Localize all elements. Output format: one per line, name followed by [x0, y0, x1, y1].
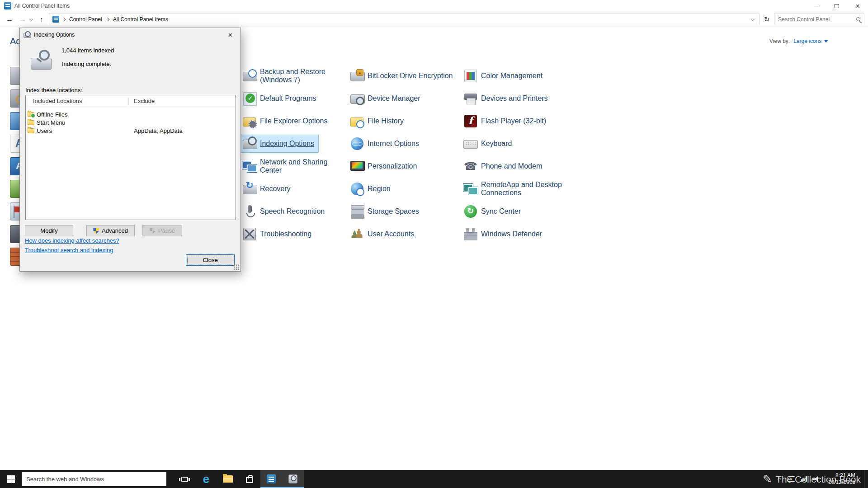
- troubleshoot-search-link[interactable]: Troubleshoot search and indexing: [25, 247, 113, 253]
- cp-item-speech-recognition[interactable]: Speech Recognition: [240, 202, 329, 221]
- search-input[interactable]: [778, 16, 856, 23]
- view-by-label: View by:: [769, 38, 790, 44]
- cp-item-label: Default Programs: [260, 94, 316, 103]
- color-management-icon: [463, 69, 478, 83]
- start-button[interactable]: [0, 470, 22, 488]
- cp-item-color-management[interactable]: Color Management: [461, 67, 547, 85]
- cp-item-phone-modem[interactable]: Phone and Modem: [461, 157, 547, 175]
- forward-icon: [19, 15, 26, 23]
- pause-button: Pause: [142, 225, 182, 236]
- cp-item-devices-and-printers[interactable]: Devices and Printers: [461, 89, 552, 108]
- breadcrumb-chevron-icon[interactable]: [105, 17, 109, 21]
- included-locations-column-header[interactable]: Included Locations: [26, 98, 128, 104]
- cp-item-cell: Keyboard: [461, 132, 588, 155]
- history-dropdown-icon[interactable]: [29, 17, 33, 20]
- cp-item-windows-defender[interactable]: Windows Defender: [461, 225, 547, 243]
- uac-shield-disabled-icon: [150, 228, 156, 234]
- cp-item-indexing-options[interactable]: Indexing Options: [240, 135, 319, 153]
- dialog-titlebar[interactable]: Indexing Options: [20, 28, 241, 42]
- cp-item-label: Windows Defender: [481, 230, 542, 238]
- cp-item-cell: Troubleshooting: [240, 223, 348, 245]
- cp-item-file-explorer-options[interactable]: File Explorer Options: [240, 112, 332, 130]
- cp-item-user-accounts[interactable]: User Accounts: [348, 225, 419, 243]
- task-view-button[interactable]: [174, 470, 195, 488]
- keyboard-icon: [463, 136, 478, 151]
- file-explorer-options-icon: [242, 114, 257, 128]
- up-button[interactable]: [36, 14, 47, 25]
- cp-item-cell: Recovery: [240, 178, 348, 200]
- devices-and-printers-icon: [463, 91, 478, 106]
- advanced-button[interactable]: Advanced: [86, 225, 135, 236]
- breadcrumb-all-control-panel-items[interactable]: All Control Panel Items: [112, 16, 169, 23]
- exclude-column-header[interactable]: Exclude: [128, 98, 155, 104]
- cp-item-keyboard[interactable]: Keyboard: [461, 135, 517, 153]
- close-icon: [855, 2, 860, 10]
- troubleshooting-icon: [242, 227, 257, 241]
- cp-item-personalization[interactable]: Personalization: [348, 157, 421, 175]
- cp-item-flash-player[interactable]: Flash Player (32-bit): [461, 112, 551, 130]
- cp-item-label: File History: [368, 117, 404, 125]
- dialog-close-button[interactable]: [220, 28, 241, 42]
- indexed-locations-list: Included Locations Exclude Offline Files…: [25, 95, 236, 220]
- control-panel-taskbar-button[interactable]: [260, 470, 282, 488]
- touch-keyboard-icon[interactable]: [788, 476, 795, 482]
- back-button[interactable]: [4, 14, 15, 25]
- volume-icon[interactable]: [813, 476, 820, 482]
- cp-item-recovery[interactable]: Recovery: [240, 180, 295, 198]
- cp-item-sync-center[interactable]: Sync Center: [461, 202, 525, 221]
- location-row[interactable]: Offline Files: [26, 110, 236, 118]
- cp-item-cell: Backup and Restore (Windows 7): [240, 65, 348, 87]
- cp-item-label: RemoteApp and Desktop Connections: [481, 181, 562, 197]
- cp-item-network-sharing[interactable]: Network and Sharing Center: [240, 156, 332, 176]
- file-explorer-button[interactable]: [217, 470, 239, 488]
- system-tray: 8:21 AM 10/12/2015: [777, 470, 868, 488]
- cp-item-label: Network and Sharing Center: [260, 158, 327, 174]
- address-dropdown-icon[interactable]: [751, 17, 755, 20]
- breadcrumb-control-panel[interactable]: Control Panel: [68, 16, 103, 23]
- forward-button[interactable]: [17, 14, 28, 25]
- cp-item-file-history[interactable]: File History: [348, 112, 408, 130]
- cp-item-troubleshooting[interactable]: Troubleshooting: [240, 225, 316, 243]
- cp-item-default-programs[interactable]: Default Programs: [240, 89, 321, 108]
- cp-item-cell: User Accounts: [348, 223, 461, 245]
- store-button[interactable]: [239, 470, 260, 488]
- location-row[interactable]: UsersAppData; AppData: [26, 127, 236, 135]
- minimize-button[interactable]: [806, 0, 826, 12]
- cp-item-device-manager[interactable]: Device Manager: [348, 89, 425, 108]
- close-window-button[interactable]: [847, 0, 868, 12]
- cp-item-storage-spaces[interactable]: Storage Spaces: [348, 202, 424, 221]
- cp-item-remoteapp[interactable]: RemoteApp and Desktop Connections: [461, 179, 566, 199]
- locations-rows: Offline FilesStart MenuUsersAppData; App…: [26, 110, 236, 220]
- location-row[interactable]: Start Menu: [26, 118, 236, 127]
- modify-button[interactable]: Modify: [25, 225, 73, 236]
- refresh-button[interactable]: [761, 14, 773, 25]
- location-name-cell: Start Menu: [26, 119, 128, 126]
- cp-item-internet-options[interactable]: Internet Options: [348, 135, 424, 153]
- cp-item-cell: RemoteApp and Desktop Connections: [461, 178, 588, 200]
- close-dialog-button[interactable]: Close: [186, 254, 235, 266]
- view-by-dropdown[interactable]: Large icons: [793, 38, 828, 44]
- cp-item-region[interactable]: Region: [348, 180, 395, 198]
- indexing-options-icon: [288, 474, 297, 483]
- location-name-cell: Offline Files: [26, 111, 128, 118]
- maximize-button[interactable]: [826, 0, 847, 12]
- show-desktop-button[interactable]: [864, 470, 867, 488]
- breadcrumb-chevron-icon[interactable]: [62, 17, 66, 21]
- taskbar-search-input[interactable]: [26, 476, 166, 483]
- cp-item-cell: Color Management: [461, 65, 588, 87]
- address-bar[interactable]: Control Panel All Control Panel Items: [49, 14, 760, 25]
- indexing-options-taskbar-button[interactable]: [282, 470, 304, 488]
- cp-item-cell: Flash Player (32-bit): [461, 110, 588, 132]
- edge-button[interactable]: [195, 470, 217, 488]
- resize-grip[interactable]: [234, 264, 240, 270]
- cp-item-backup-and-restore[interactable]: Backup and Restore (Windows 7): [240, 66, 330, 86]
- taskbar-clock[interactable]: 8:21 AM 10/12/2015: [826, 472, 858, 486]
- network-icon[interactable]: [801, 476, 807, 482]
- edge-icon: [203, 473, 209, 485]
- cp-item-cell: Personalization: [348, 155, 461, 178]
- cp-item-bitlocker[interactable]: BitLocker Drive Encryption: [348, 67, 458, 85]
- hidden-icons-chevron-icon[interactable]: [777, 477, 782, 481]
- indexing-help-link[interactable]: How does indexing affect searches?: [25, 237, 119, 244]
- uac-shield-icon: [93, 228, 99, 234]
- cp-item-cell: BitLocker Drive Encryption: [348, 65, 461, 87]
